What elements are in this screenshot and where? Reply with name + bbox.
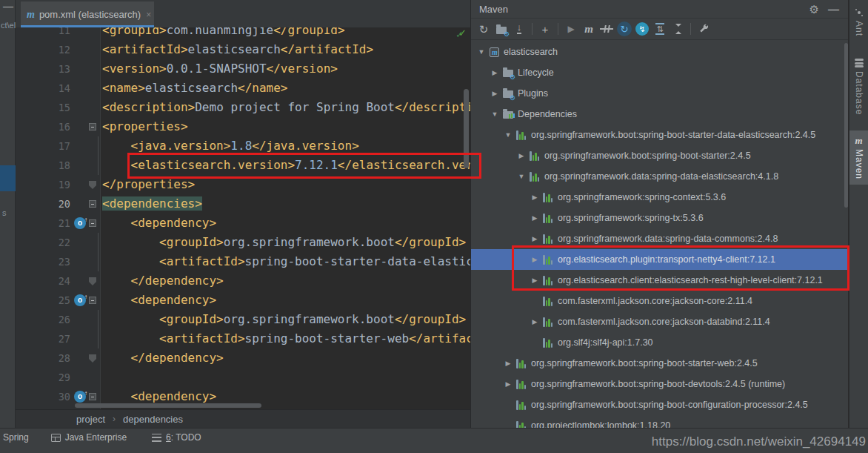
code-line-20[interactable]: 20<dependencies>: [16, 194, 470, 214]
code-line-25[interactable]: 25o<dependency>: [16, 291, 470, 310]
maven-tree-item[interactable]: ▶Plugins: [471, 83, 848, 104]
fold-start-icon[interactable]: [89, 297, 96, 304]
collapse-all-glyph: [674, 24, 681, 34]
maven-tree-item[interactable]: com.fasterxml.jackson.core:jackson-core:…: [471, 291, 848, 311]
code-line-22[interactable]: 22<groupId>org.springframework.boot</gro…: [16, 233, 470, 252]
close-icon[interactable]: ×: [146, 10, 151, 20]
code-line-23[interactable]: 23<artifactId>spring-boot-starter-data-e…: [16, 252, 470, 271]
chevron-down-icon[interactable]: ▼: [490, 110, 499, 118]
code-line-29[interactable]: 29: [16, 368, 470, 387]
tree-item-label: org.springframework.boot:spring-boot-con…: [531, 400, 808, 410]
code-line-28[interactable]: 28</dependency>: [16, 348, 470, 368]
fold-end-icon[interactable]: [89, 181, 96, 189]
code-line-17[interactable]: 17<java.version>1.8</java.version>: [16, 136, 470, 156]
maven-tree-item[interactable]: ▶Lifecycle: [471, 62, 848, 83]
maven-tree-item[interactable]: ▶com.fasterxml.jackson.core:jackson-data…: [471, 311, 848, 332]
code-line-21[interactable]: 21o<dependency>: [16, 214, 470, 233]
editor-vertical-scrollbar[interactable]: [464, 89, 469, 168]
maven-tree-scrollbar[interactable]: [844, 43, 848, 208]
download-sources-icon[interactable]: ↓: [510, 21, 528, 37]
chevron-right-icon[interactable]: ▶: [490, 90, 499, 97]
minimize-icon[interactable]: —: [3, 0, 13, 12]
fold-start-icon[interactable]: [89, 200, 96, 208]
stripe-item-label: Database: [854, 71, 864, 115]
chevron-right-icon[interactable]: ▶: [530, 235, 539, 242]
code-line-12[interactable]: 12<artifactId>elasticsearch</artifactId>: [16, 40, 470, 59]
add-maven-projects-icon[interactable]: +: [536, 21, 554, 37]
gear-icon[interactable]: ⚙: [809, 4, 819, 15]
code-line-27[interactable]: 27<artifactId>spring-boot-starter-web</a…: [16, 329, 470, 348]
maven-tree-item[interactable]: ▶org.springframework.boot:spring-boot-st…: [471, 353, 848, 374]
stripe-item-ant[interactable]: Ant: [849, 3, 868, 42]
maven-tree-item[interactable]: ▶org.springframework.boot:spring-boot-st…: [471, 145, 848, 166]
toolbar-separator: [690, 23, 691, 35]
expand-all-icon[interactable]: ⇅: [651, 21, 669, 37]
chevron-down-icon[interactable]: ▼: [504, 131, 513, 139]
maven-tree-item[interactable]: ▶org.springframework:spring-context:5.3.…: [471, 187, 848, 208]
chevron-right-icon[interactable]: ▶: [530, 277, 539, 284]
chevron-right-icon[interactable]: ▶: [530, 194, 539, 201]
override-gutter-icon[interactable]: o: [74, 294, 86, 306]
skip-tests-icon[interactable]: [598, 21, 615, 37]
chevron-right-icon[interactable]: ▶: [504, 360, 513, 367]
editor-horizontal-scrollbar[interactable]: [75, 403, 261, 408]
download-glyph: ↓: [517, 24, 522, 33]
maven-tree-item[interactable]: org.projectlombok:lombok:1.18.20: [471, 415, 848, 428]
maven-tree-item[interactable]: ▶org.springframework:spring-tx:5.3.6: [471, 208, 848, 228]
maven-settings-icon[interactable]: [695, 21, 712, 37]
run-maven-build-icon[interactable]: ▶: [562, 21, 580, 37]
maven-tree-item[interactable]: ▶org.springframework.data:spring-data-co…: [471, 228, 848, 249]
maven-tree-item[interactable]: ▼melasticsearch: [471, 42, 848, 62]
breadcrumb-project[interactable]: project: [76, 414, 105, 425]
reload-all-maven-projects-icon[interactable]: ↻: [475, 21, 493, 37]
maven-tree-item[interactable]: ▼org.springframework.boot:spring-boot-st…: [471, 125, 848, 145]
code-line-16[interactable]: 16<properties>: [16, 117, 470, 136]
maven-tree-item[interactable]: ▼Dependencies: [471, 104, 848, 125]
status-spring-button[interactable]: Spring: [3, 432, 29, 443]
project-selected-row[interactable]: [0, 165, 16, 191]
maven-tree-item[interactable]: ▶org.elasticsearch.plugin:transport-nett…: [471, 249, 848, 270]
chevron-down-icon[interactable]: ▼: [477, 48, 486, 56]
code-line-24[interactable]: 24</dependency>: [16, 271, 470, 291]
chevron-right-icon[interactable]: ▶: [490, 69, 499, 76]
offline-mode-icon[interactable]: ↯: [633, 21, 651, 37]
code-line-19[interactable]: 19</properties>: [16, 175, 470, 194]
stripe-item-database[interactable]: Database: [849, 53, 868, 120]
status-todo-button[interactable]: 6: TODO: [152, 432, 201, 443]
code-line-15[interactable]: 15<description>Demo project for Spring B…: [16, 98, 470, 117]
override-gutter-icon[interactable]: o: [74, 217, 86, 229]
chevron-down-icon[interactable]: ▼: [517, 173, 526, 180]
code-line-14[interactable]: 14<name>elasticsearch</name>: [16, 79, 470, 98]
code-editor[interactable]: 11<groupId>com.huanmingjie</groupId>12<a…: [16, 27, 470, 409]
tab-pom-xml[interactable]: m pom.xml (elasticsearch) ×: [21, 1, 154, 27]
inspections-ok-icon[interactable]: ✓✓: [455, 27, 469, 41]
chevron-right-icon[interactable]: ▶: [504, 380, 513, 388]
fold-end-icon[interactable]: [89, 354, 96, 363]
chevron-right-icon[interactable]: ▶: [530, 214, 539, 222]
execute-maven-goal-icon[interactable]: m: [580, 21, 598, 37]
auto-reload-icon[interactable]: ↻: [615, 21, 633, 37]
maven-tree-item[interactable]: org.springframework.boot:spring-boot-con…: [471, 394, 848, 415]
fold-start-icon[interactable]: [89, 219, 96, 227]
code-line-11[interactable]: 11<groupId>com.huanmingjie</groupId>: [16, 27, 470, 40]
code-line-26[interactable]: 26<groupId>org.springframework.boot</gro…: [16, 310, 470, 329]
code-line-18[interactable]: 18<elasticsearch.version>7.12.1</elastic…: [16, 156, 470, 175]
fold-end-icon[interactable]: [89, 277, 96, 285]
fold-start-icon[interactable]: [89, 393, 96, 400]
chevron-right-icon[interactable]: ▶: [530, 256, 539, 263]
stripe-item-maven[interactable]: mMaven: [849, 130, 868, 185]
maven-tree-item[interactable]: ▶org.springframework.boot:spring-boot-de…: [471, 374, 848, 394]
maven-tree-item[interactable]: org.slf4j:slf4j-api:1.7.30: [471, 332, 848, 353]
status-java-enterprise-button[interactable]: Java Enterprise: [51, 432, 127, 443]
hide-panel-icon[interactable]: —: [828, 3, 839, 16]
chevron-right-icon[interactable]: ▶: [530, 318, 539, 325]
maven-tree-item[interactable]: ▼org.springframework.data:spring-data-el…: [471, 166, 848, 187]
generate-sources-icon[interactable]: [493, 21, 510, 37]
collapse-all-icon[interactable]: [669, 21, 687, 37]
fold-start-icon[interactable]: [89, 123, 96, 130]
chevron-right-icon[interactable]: ▶: [517, 152, 526, 159]
maven-tree-item[interactable]: ▶org.elasticsearch.client:elasticsearch-…: [471, 270, 848, 291]
breadcrumb-dependencies[interactable]: dependencies: [123, 414, 183, 425]
code-line-13[interactable]: 13<version>0.0.1-SNAPSHOT</version>: [16, 59, 470, 79]
override-gutter-icon[interactable]: o: [74, 391, 86, 403]
